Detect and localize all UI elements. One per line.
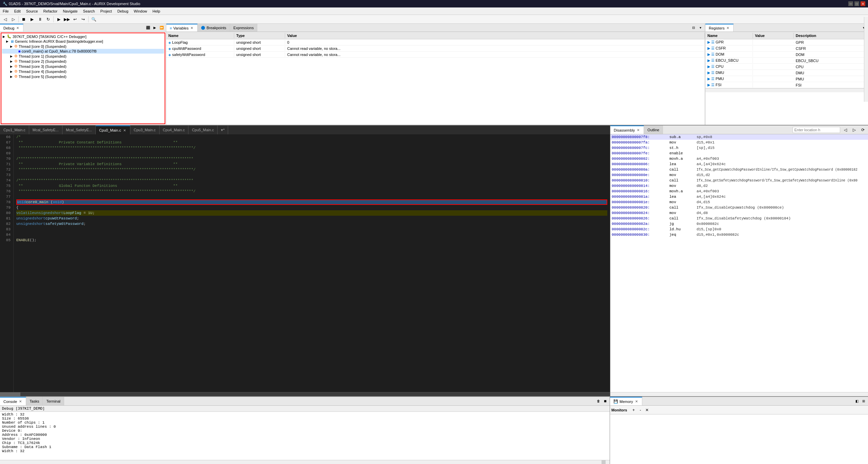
tab-breakpoints[interactable]: ⬤ Breakpoints [198,24,230,32]
toolbar-btn-6[interactable]: ↻ [44,16,52,23]
tab-mcalsafety2[interactable]: Mcal_SafetyE... [62,125,96,134]
tree-item-root[interactable]: ▶ 🐛 397KIT_DEMO [TASKING C/C++ Debugger] [2,34,164,39]
disasm-row-14[interactable]: 0000000080000820: call Ifx_Ssw_disableCp… [610,205,868,210]
debug-panel-btn3[interactable]: ⏩ [159,25,165,31]
console-stop-btn[interactable]: ⏹ [602,398,608,404]
memory-close-btn2[interactable]: ✕ [644,407,650,413]
code-area[interactable]: /* ** Private Constant Definitions ** **… [14,134,610,392]
reg-row-dom[interactable]: ▶ ☰ DOM DOM [705,52,868,58]
registers-hscrollbar[interactable] [705,88,868,92]
tab-terminal[interactable]: Terminal [43,397,64,405]
toolbar-btn-4[interactable]: ▶ [28,16,36,23]
tree-item-core1[interactable]: ▶ ⚙ Thread [core 1] (Suspended) [2,54,164,59]
tab-tasks[interactable]: Tasks [26,397,43,405]
tab-console[interactable]: Console ✕ [0,397,26,405]
variables-tab-close[interactable]: ✕ [190,26,194,30]
disasm-row-12[interactable]: 000000008000081a: lea a4,[a4]0x624c [610,194,868,199]
reg-row-pmu[interactable]: ▶ ☰ PMU PMU [705,76,868,82]
disasm-row-9[interactable]: 0000000080000810: call Ifx_Ssw_getSafety… [610,178,868,183]
tab-cpu1main[interactable]: Cpu1_Main.c [0,125,29,134]
editor-hscrollbar[interactable] [0,392,610,396]
debug-panel-btn2[interactable]: ▶ [152,25,158,31]
disasm-row-2[interactable]: 00000000800007fa: mov d15,#0x1 [610,140,868,145]
var-row-safetywdt[interactable]: ◈ safetyWdtPassword unsigned short Canno… [166,52,705,58]
tree-item-core0[interactable]: ▶ ⚙ Thread [core 0] (Suspended) [2,44,164,49]
disasm-row-8[interactable]: 000000008000080e: mov d15,d2 [610,172,868,178]
menu-file[interactable]: File [0,7,12,15]
tree-item-core2[interactable]: ▶ ⚙ Thread [core 2] (Suspended) [2,59,164,64]
memory-panel-btn2[interactable]: ⊞ [861,398,867,404]
console-tab-close[interactable]: ✕ [18,400,22,403]
debug-panel-btn1[interactable]: ⬛ [145,25,151,31]
menu-search[interactable]: Search [80,7,98,15]
reg-row-gpr[interactable]: ▶ ☰ GPR GPR [705,39,868,45]
menu-edit[interactable]: Edit [12,7,23,15]
menu-source[interactable]: Source [23,7,41,15]
console-hscrollbar[interactable] [0,460,610,464]
minimize-button[interactable]: ─ [848,1,853,6]
toolbar-btn-9[interactable]: ↩ [71,16,79,23]
disasm-row-17[interactable]: 000000008000082a: jg 0x8000082c [610,221,868,227]
disasm-row-3[interactable]: 00000000800007fc: st.h [sp],d15 [610,145,868,151]
toolbar-btn-7[interactable]: ▶ [55,16,62,23]
console-clear-btn[interactable]: 🗑 [595,398,602,404]
var-row-loopflag[interactable]: ◈ LoopFlag unsigned short 0 [166,39,705,45]
memory-remove-btn[interactable]: - [637,407,643,413]
toolbar-btn-1[interactable]: ◁ [1,16,9,23]
disasm-row-5[interactable]: 0000000080000802: movh.a a4,#0xf003 [610,156,868,161]
tab-cpu3main[interactable]: Cpu3_Main.c [130,125,160,134]
vars-collapse-btn[interactable]: ⊟ [690,25,697,31]
toolbar-btn-10[interactable]: ↪ [79,16,87,23]
disasm-sync-btn[interactable]: ⟳ [859,126,867,134]
menu-project[interactable]: Project [97,7,114,15]
tab-variables[interactable]: ≡ Variables ✕ [166,24,198,32]
disasm-row-16[interactable]: 0000000080000826: call Ifx_Ssw_disableSa… [610,216,868,221]
menu-debug[interactable]: Debug [115,7,131,15]
console-vscrollbar-corner[interactable] [602,460,606,464]
tab-disassembly[interactable]: Disassembly ✕ [610,125,644,134]
toolbar-btn-8[interactable]: ▶▶ [63,16,71,23]
menu-window[interactable]: Window [131,7,150,15]
toolbar-search[interactable]: 🔍 [90,16,97,23]
location-input[interactable] [793,127,840,133]
window-controls[interactable]: ─ □ ✕ [848,1,865,6]
tree-item-core5[interactable]: ▶ ⚙ Thread [core 5] (Suspended) [2,74,164,79]
tree-item-core0-frame[interactable]: ■ core0_main() at Cpu0_Main.c:78 0x80000… [2,49,164,54]
toolbar-btn-3[interactable]: ⏹ [20,16,27,23]
memory-panel-btn1[interactable]: ◧ [854,398,860,404]
variables-scrollbar[interactable] [864,17,868,102]
menu-refactor[interactable]: Refactor [41,7,60,15]
registers-tab-close[interactable]: ✕ [726,26,730,30]
menu-navigate[interactable]: Navigate [60,7,80,15]
tree-item-board[interactable]: ▶ 🖥 Generic Infineon AURIX Board [taskin… [2,39,164,44]
toolbar-btn-5[interactable]: ⏸ [36,16,44,23]
memory-tab-close[interactable]: ✕ [634,400,639,403]
memory-add-btn[interactable]: + [630,407,636,413]
reg-row-csfr[interactable]: ▶ ☰ CSFR CSFR [705,45,868,52]
tab-cpu4main[interactable]: Cpu4_Main.c [160,125,189,134]
tab-cpu0main[interactable]: Cpu0_Main.c ✕ [96,125,130,134]
tab-outline[interactable]: Outline [644,125,663,134]
cpu0-tab-close[interactable]: ✕ [123,129,127,132]
disasm-row-11[interactable]: 0000000080000816: movh.a a4,#0xf003 [610,189,868,194]
tab-debug[interactable]: Debug ✕ [0,24,23,32]
tree-item-core3[interactable]: ▶ ⚙ Thread [core 3] (Suspended) [2,64,164,69]
disasm-row-7[interactable]: 000000008000080a: call Ifx_Scw_getCpuWat… [610,167,868,172]
tab-cpu5main[interactable]: Cpu5_Main.c [188,125,218,134]
disasm-row-19[interactable]: 0000000080000830: jeq d15,#0x1,0x8000082… [610,232,868,237]
reg-row-dmu[interactable]: ▶ ☰ DMU DMU [705,70,868,76]
toolbar-btn-2[interactable]: ▷ [10,16,17,23]
disasm-fwd-btn[interactable]: ▷ [850,126,858,134]
reg-row-fsi[interactable]: ▶ ☰ FSI FSI [705,82,868,88]
disasm-hscrollbar[interactable] [610,392,868,396]
reg-row-cpu[interactable]: ▶ ☰ CPU CPU [705,64,868,70]
var-row-cpuwdt[interactable]: ◈ cpuWdtPassword unsigned short Cannot r… [166,45,705,52]
reg-row-ebcu[interactable]: ▶ ☰ EBCU_SBCU EBCU_SBCU [705,58,868,64]
tab-registers[interactable]: Registers ✕ [705,24,734,32]
disasm-row-1[interactable]: 00000000800007f8: sub.a sp,#0x8 [610,134,868,140]
tab-memory[interactable]: 💾 Memory ✕ [610,397,642,405]
disasm-row-4[interactable]: 00000000800007fe: enable [610,151,868,156]
disasm-tab-close[interactable]: ✕ [636,128,640,132]
disasm-row-13[interactable]: 000000008000081e: mov d4,d15 [610,199,868,205]
disasm-row-10[interactable]: 0000000080000814: mov d8,d2 [610,183,868,189]
